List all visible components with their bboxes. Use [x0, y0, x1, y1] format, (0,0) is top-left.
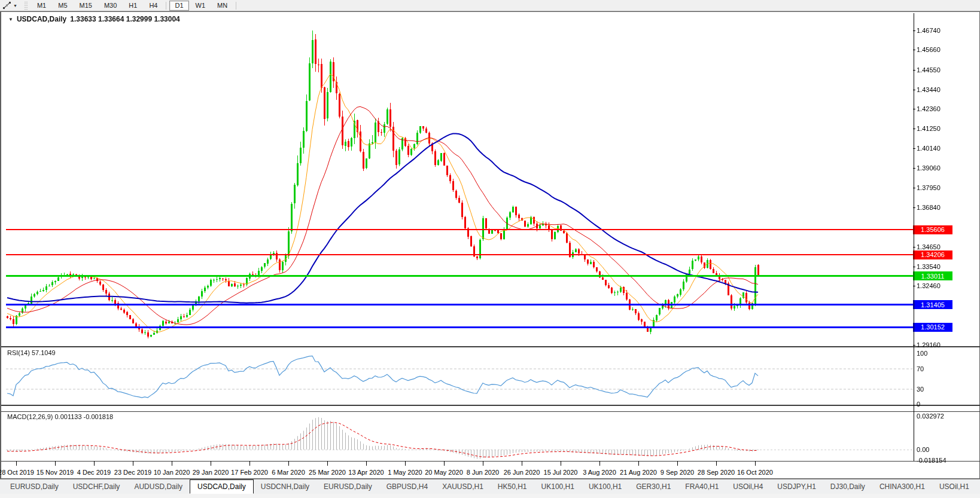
chart-tab-uk100-9[interactable]: UK100,H1	[534, 479, 582, 494]
price-axis-tickmark	[913, 188, 915, 188]
price-axis-line[interactable]	[914, 13, 914, 461]
date-tick-label: 3 Aug 2020	[583, 469, 616, 476]
symbol-tabbar: EURUSD,DailyUSDCHF,DailyAUDUSD,DailyUSDC…	[0, 479, 980, 494]
pane-divider[interactable]	[1, 346, 980, 347]
rsi-pane-canvas[interactable]	[6, 348, 914, 405]
date-tick-label: 16 Oct 2020	[737, 469, 773, 476]
price-tick-label: 1.39060	[917, 164, 958, 172]
price-line-tag: 1.33011	[913, 271, 952, 280]
mt4-terminal: ▼ M1M5M15M30H1H4D1W1MN 1.356061.342061.3…	[0, 0, 980, 498]
chart-window: 1.356061.342061.330111.314051.30152 ▼ US…	[0, 11, 980, 479]
price-line-tag: 1.30152	[913, 323, 952, 332]
chart-tab-dj30-15[interactable]: DJ30,Daily	[823, 479, 872, 494]
price-tick-label: 1.36840	[917, 204, 958, 211]
price-tick-label: 1.29160	[917, 341, 958, 349]
price-pane-canvas[interactable]	[6, 13, 914, 346]
timeframe-button-h1[interactable]: H1	[123, 1, 142, 11]
date-axis-tickmark	[94, 461, 95, 466]
toolbar-grip-handle[interactable]	[25, 2, 28, 10]
date-axis-tickmark	[366, 461, 367, 466]
date-tick-label: 6 Mar 2020	[272, 469, 305, 476]
timeframe-button-mn[interactable]: MN	[212, 1, 233, 11]
macd-pane-canvas[interactable]	[6, 412, 914, 461]
price-axis-tickmark	[913, 168, 915, 169]
date-tick-label: 10 Jan 2020	[154, 469, 190, 476]
timeframe-button-w1[interactable]: W1	[190, 1, 211, 11]
chart-ohlc-values: 1.33633 1.33664 1.32999 1.33004	[70, 15, 180, 23]
price-axis-tickmark	[913, 70, 915, 71]
price-tick-label: 1.40140	[917, 145, 958, 152]
chart-tab-usdchf-1[interactable]: USDCHF,Daily	[66, 479, 127, 494]
timeframe-toolbar: ▼ M1M5M15M30H1H4D1W1MN	[0, 0, 980, 11]
support-resistance-line[interactable]	[6, 254, 914, 255]
macd-label: MACD(12,26,9) 0.001133 -0.001818	[7, 413, 113, 420]
date-axis-tickmark	[172, 461, 172, 466]
chart-tab-ger30-11[interactable]: GER30,H1	[629, 479, 678, 494]
chart-tab-china300-16[interactable]: CHINA300,H1	[872, 479, 932, 494]
chart-tab-usdcnh-4[interactable]: USDCNH,Daily	[254, 479, 316, 494]
timeframe-button-m30[interactable]: M30	[99, 1, 122, 11]
price-axis-tickmark	[913, 129, 915, 129]
price-tick-label: 1.45660	[917, 46, 958, 53]
date-axis-tickmark	[561, 461, 561, 466]
chart-tab-usoil-13[interactable]: USOil,H4	[726, 479, 770, 494]
date-axis-tickmark	[16, 461, 17, 466]
price-tick-label: 1.41250	[917, 125, 958, 132]
date-tick-label: 28 Oct 2019	[0, 469, 34, 476]
price-axis-tickmark	[913, 267, 915, 267]
date-tick-label: 9 Sep 2020	[661, 469, 694, 476]
price-axis-tickmark	[913, 345, 915, 346]
status-strip	[0, 494, 980, 498]
timeframe-button-h4[interactable]: H4	[144, 1, 163, 11]
support-resistance-line[interactable]	[6, 304, 914, 305]
chart-tab-gbpusd-6[interactable]: GBPUSD,H4	[379, 479, 435, 494]
macd-axis-label: 0.032972	[917, 413, 944, 420]
price-tick-label: 1.37950	[917, 184, 958, 191]
date-axis-tickmark	[677, 461, 678, 466]
date-axis-tickmark	[327, 461, 328, 466]
rsi-axis-label: 70	[917, 365, 924, 372]
date-tick-label: 28 Sep 2020	[698, 469, 735, 476]
price-axis-tickmark	[913, 109, 915, 109]
chart-tab-uk100-10[interactable]: UK100,H1	[582, 479, 629, 494]
date-axis-tickmark	[638, 461, 639, 466]
chart-tab-fra40-12[interactable]: FRA40,H1	[678, 479, 726, 494]
support-resistance-line[interactable]	[6, 229, 914, 230]
chart-tab-audusd-2[interactable]: AUDUSD,Daily	[127, 479, 190, 494]
support-resistance-line[interactable]	[6, 326, 914, 328]
date-tick-label: 20 May 2020	[425, 469, 463, 476]
chart-tab-hk50-8[interactable]: HK50,H1	[491, 479, 534, 494]
date-axis-tickmark	[55, 461, 56, 466]
support-resistance-line[interactable]	[6, 275, 914, 277]
pane-divider[interactable]	[1, 405, 980, 406]
chart-tab-xauusd-7[interactable]: XAUUSD,H1	[435, 479, 491, 494]
macd-axis-label: 0.00	[917, 446, 929, 453]
date-tick-label: 13 Apr 2020	[348, 469, 384, 476]
line-studies-icon[interactable]	[2, 1, 11, 10]
collapse-arrow-icon[interactable]: ▼	[8, 17, 13, 22]
price-axis-tickmark	[913, 207, 915, 208]
chart-tab-usdcad-3[interactable]: USDCAD,Daily	[190, 479, 254, 494]
chart-title: ▼ USDCAD,Daily 1.33633 1.33664 1.32999 1…	[8, 15, 180, 23]
timeframe-button-d1[interactable]: D1	[169, 1, 188, 11]
price-tick-label: 1.33540	[917, 263, 958, 270]
timeframe-button-m5[interactable]: M5	[53, 1, 72, 11]
chart-tab-eurusd-0[interactable]: EURUSD,Daily	[3, 479, 66, 494]
date-tick-label: 17 Feb 2020	[231, 469, 268, 476]
timeframe-button-m1[interactable]: M1	[32, 1, 51, 11]
price-tick-label: 1.34650	[917, 243, 958, 250]
date-axis-tickmark	[716, 461, 717, 466]
chart-tab-usdjpy-14[interactable]: USDJPY,H1	[770, 479, 823, 494]
price-tick-label: 1.42360	[917, 105, 958, 112]
pane-divider[interactable]	[1, 411, 980, 412]
chart-tab-usoil-17[interactable]: USOil,H1	[932, 479, 976, 494]
chart-tab-eurusd-5[interactable]: EURUSD,Daily	[316, 479, 379, 494]
price-line-tag: 1.31405	[913, 300, 952, 309]
date-tick-label: 15 Nov 2019	[36, 469, 74, 476]
rsi-label: RSI(14) 57.1049	[7, 349, 56, 356]
timeframe-button-m15[interactable]: M15	[74, 1, 98, 11]
date-axis-tickmark	[211, 461, 211, 466]
date-axis-tickmark	[249, 461, 250, 466]
line-tool-dropdown-icon[interactable]: ▼	[13, 4, 17, 8]
pane-divider[interactable]	[1, 461, 980, 462]
